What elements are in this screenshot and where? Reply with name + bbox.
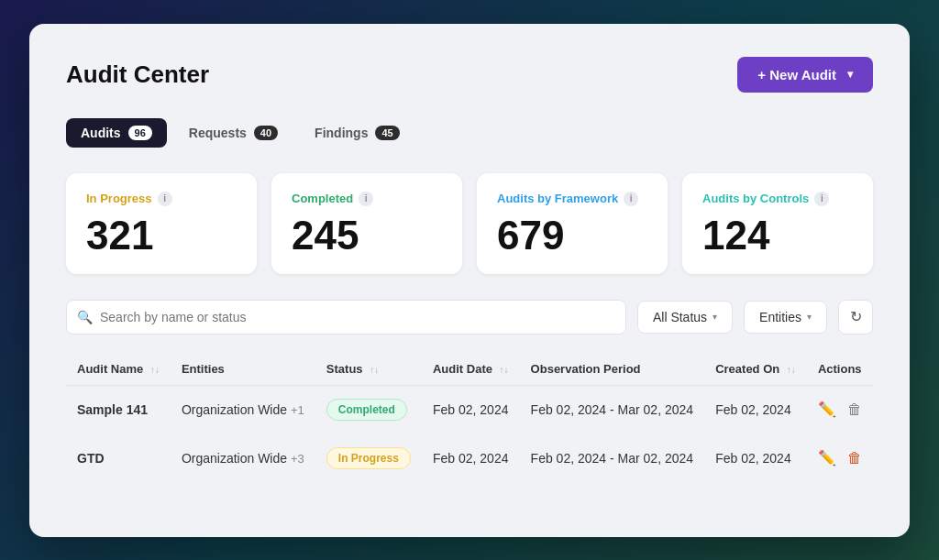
info-icon-by-controls[interactable]: i: [814, 192, 829, 206]
edit-icon-2[interactable]: ✏️: [818, 449, 836, 467]
tab-audits-badge: 96: [128, 126, 152, 140]
cell-audit-name-2: GTD: [66, 434, 171, 482]
col-header-observation-period: Observation Period: [520, 353, 705, 386]
col-header-created-on: Created On ↑↓: [704, 353, 807, 386]
cell-audit-date-2: Feb 02, 2024: [422, 434, 520, 482]
cell-status-2: In Progress: [315, 434, 422, 482]
status-badge-in-progress-2: In Progress: [326, 447, 411, 469]
info-icon-in-progress[interactable]: i: [158, 192, 172, 206]
stat-label-by-framework: Audits by Framework: [497, 192, 618, 205]
stat-label-in-progress: In Progress: [86, 192, 152, 205]
audit-table: Audit Name ↑↓ Entities Status ↑↓ Audit D…: [66, 353, 873, 483]
col-header-audit-date: Audit Date ↑↓: [422, 353, 520, 386]
cell-status-1: Completed: [315, 385, 422, 434]
status-filter-label: All Status: [653, 310, 707, 324]
table-row: GTD Organization Wide +3 In Progress Feb…: [66, 434, 873, 482]
col-header-status: Status ↑↓: [315, 353, 422, 386]
entities-filter-label: Entities: [759, 310, 801, 324]
refresh-button[interactable]: ↻: [838, 300, 873, 335]
cell-actions-2: ✏️ 🗑: [807, 434, 873, 482]
cell-created-on-1: Feb 02, 2024: [704, 385, 807, 434]
stat-label-completed: Completed: [292, 192, 353, 205]
sort-icon-audit-date: ↑↓: [500, 365, 509, 375]
entities-filter-button[interactable]: Entities ▾: [744, 301, 827, 334]
cell-audit-date-1: Feb 02, 2024: [422, 385, 520, 434]
stat-card-by-framework: Audits by Framework i 679: [477, 173, 668, 274]
tabs-bar: Audits 96 Requests 40 Findings 45: [66, 118, 873, 148]
main-card: Audit Center + New Audit ▾ Audits 96 Req…: [29, 24, 910, 537]
cell-actions-1: ✏️ 🗑: [807, 385, 873, 434]
tab-requests-badge: 40: [254, 126, 278, 140]
cell-entities-2: Organization Wide +3: [171, 434, 315, 482]
action-icons-2: ✏️ 🗑: [818, 449, 862, 467]
entities-filter-chevron-icon: ▾: [807, 312, 812, 322]
col-header-entities: Entities: [171, 353, 315, 386]
delete-icon-2[interactable]: 🗑: [847, 450, 862, 467]
info-icon-by-framework[interactable]: i: [624, 192, 638, 206]
status-badge-completed-1: Completed: [326, 399, 407, 421]
sort-icon-status: ↑↓: [370, 365, 379, 375]
edit-icon-1[interactable]: ✏️: [818, 401, 836, 418]
filter-row: 🔍 All Status ▾ Entities ▾ ↻: [66, 300, 873, 335]
col-header-actions: Actions: [807, 353, 873, 386]
stat-card-in-progress: In Progress i 321: [66, 173, 257, 274]
cell-observation-1: Feb 02, 2024 - Mar 02, 2024: [520, 385, 705, 434]
table-header-row: Audit Name ↑↓ Entities Status ↑↓ Audit D…: [66, 353, 873, 386]
search-wrapper: 🔍: [66, 300, 626, 335]
chevron-down-icon: ▾: [847, 68, 853, 81]
sort-icon-created-on: ↑↓: [787, 365, 796, 375]
sort-icon-audit-name: ↑↓: [150, 365, 160, 375]
tab-audits-label: Audits: [81, 126, 121, 140]
table-row: Sample 141 Organization Wide +1 Complete…: [66, 385, 873, 434]
action-icons-1: ✏️ 🗑: [818, 401, 862, 418]
cell-audit-name-1: Sample 141: [66, 385, 171, 434]
stat-number-by-controls: 124: [702, 215, 853, 256]
tab-audits[interactable]: Audits 96: [66, 118, 167, 148]
cell-observation-2: Feb 02, 2024 - Mar 02, 2024: [520, 434, 705, 482]
tab-requests-label: Requests: [189, 126, 247, 140]
tab-findings-label: Findings: [315, 126, 368, 140]
header: Audit Center + New Audit ▾: [66, 57, 873, 93]
col-header-audit-name: Audit Name ↑↓: [66, 353, 171, 386]
search-input[interactable]: [66, 300, 626, 335]
status-filter-button[interactable]: All Status ▾: [637, 301, 733, 334]
tab-findings-badge: 45: [375, 126, 399, 140]
stat-number-by-framework: 679: [497, 215, 647, 256]
info-icon-completed[interactable]: i: [359, 192, 373, 206]
stat-card-completed: Completed i 245: [271, 173, 462, 274]
stat-number-in-progress: 321: [86, 215, 237, 256]
search-icon: 🔍: [77, 310, 93, 324]
tab-findings[interactable]: Findings 45: [300, 118, 414, 148]
new-audit-label: + New Audit: [757, 67, 836, 82]
page-title: Audit Center: [66, 60, 209, 89]
stats-grid: In Progress i 321 Completed i 245 Audits…: [66, 173, 873, 274]
new-audit-button[interactable]: + New Audit ▾: [737, 57, 873, 93]
delete-icon-1[interactable]: 🗑: [847, 401, 862, 418]
stat-label-by-controls: Audits by Controls: [702, 192, 809, 205]
refresh-icon: ↻: [850, 308, 862, 325]
status-filter-chevron-icon: ▾: [713, 312, 717, 322]
cell-created-on-2: Feb 02, 2024: [704, 434, 807, 482]
stat-number-completed: 245: [292, 215, 442, 256]
cell-entities-1: Organization Wide +1: [171, 385, 315, 434]
stat-card-by-controls: Audits by Controls i 124: [682, 173, 873, 274]
tab-requests[interactable]: Requests 40: [174, 118, 293, 148]
